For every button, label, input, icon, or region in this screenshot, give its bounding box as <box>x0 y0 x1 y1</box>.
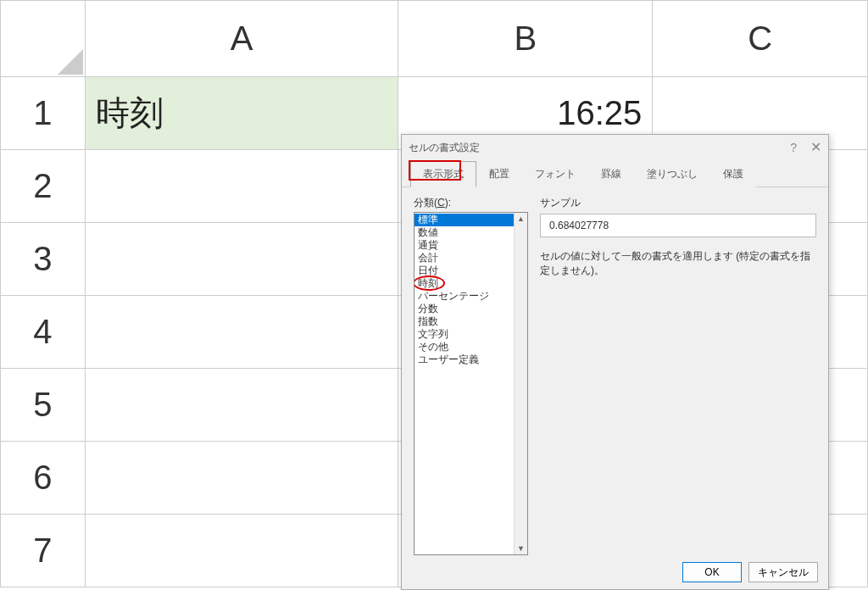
category-item-custom[interactable]: ユーザー定義 <box>415 353 514 366</box>
category-item-fraction[interactable]: 分数 <box>415 303 514 315</box>
cell-a7[interactable] <box>85 515 398 587</box>
dialog-tabs: 表示形式 配置 フォント 罫線 塗りつぶし 保護 <box>402 160 828 187</box>
format-cells-dialog: セルの書式設定 ? ✕ 表示形式 配置 フォント 罫線 塗りつぶし 保護 分類(… <box>401 134 829 590</box>
column-header-c[interactable]: C <box>653 1 868 77</box>
row-header-5[interactable]: 5 <box>1 369 86 442</box>
cell-a6[interactable] <box>85 442 398 515</box>
row-header-4[interactable]: 4 <box>1 296 86 369</box>
category-item-general[interactable]: 標準 <box>415 214 514 226</box>
row-header-3[interactable]: 3 <box>1 223 86 296</box>
cancel-button[interactable]: キャンセル <box>748 562 818 582</box>
category-item-accounting[interactable]: 会計 <box>415 252 514 264</box>
category-item-date[interactable]: 日付 <box>415 264 514 277</box>
scroll-up-icon[interactable]: ▲ <box>517 214 525 223</box>
close-icon[interactable]: ✕ <box>810 141 821 154</box>
tab-fill[interactable]: 塗りつぶし <box>634 161 710 187</box>
row-header-1[interactable]: 1 <box>1 77 86 150</box>
cell-a5[interactable] <box>85 369 398 442</box>
cell-a2[interactable] <box>85 150 398 223</box>
sample-value: 0.684027778 <box>540 214 816 237</box>
category-item-percentage[interactable]: パーセンテージ <box>415 290 514 303</box>
tab-number-format[interactable]: 表示形式 <box>410 161 476 187</box>
select-all-corner[interactable] <box>1 1 86 77</box>
cell-a1[interactable]: 時刻 <box>85 77 398 150</box>
tab-protection[interactable]: 保護 <box>710 161 756 187</box>
cell-a3[interactable] <box>85 223 398 296</box>
dialog-footer: OK キャンセル <box>402 555 828 589</box>
svg-marker-0 <box>58 49 83 75</box>
category-listbox[interactable]: 標準 数値 通貨 会計 日付 時刻 パーセンテージ 分数 指数 文字列 その他 … <box>414 212 528 555</box>
ok-button[interactable]: OK <box>682 562 742 582</box>
column-header-a[interactable]: A <box>85 1 398 77</box>
row-header-7[interactable]: 7 <box>1 515 86 587</box>
category-item-number[interactable]: 数値 <box>415 226 514 239</box>
row-header-2[interactable]: 2 <box>1 150 86 223</box>
dialog-title: セルの書式設定 <box>409 141 480 155</box>
tab-alignment[interactable]: 配置 <box>476 161 522 187</box>
category-item-time[interactable]: 時刻 <box>415 277 514 290</box>
cell-a4[interactable] <box>85 296 398 369</box>
category-label: 分類(C): <box>414 196 528 210</box>
sample-label: サンプル <box>540 196 816 210</box>
format-description: セルの値に対して一般の書式を適用します (特定の書式を指定しません)。 <box>540 249 816 278</box>
row-header-6[interactable]: 6 <box>1 442 86 515</box>
category-item-special[interactable]: その他 <box>415 341 514 353</box>
dialog-titlebar[interactable]: セルの書式設定 ? ✕ <box>402 135 828 160</box>
scroll-down-icon[interactable]: ▼ <box>517 544 525 553</box>
help-icon[interactable]: ? <box>790 141 797 154</box>
category-item-text[interactable]: 文字列 <box>415 328 514 341</box>
listbox-scrollbar[interactable]: ▲ ▼ <box>514 213 527 554</box>
tab-border[interactable]: 罫線 <box>588 161 634 187</box>
category-item-currency[interactable]: 通貨 <box>415 239 514 252</box>
tab-font[interactable]: フォント <box>522 161 588 187</box>
column-header-b[interactable]: B <box>398 1 653 77</box>
corner-triangle-icon <box>58 49 83 75</box>
category-item-scientific[interactable]: 指数 <box>415 315 514 328</box>
